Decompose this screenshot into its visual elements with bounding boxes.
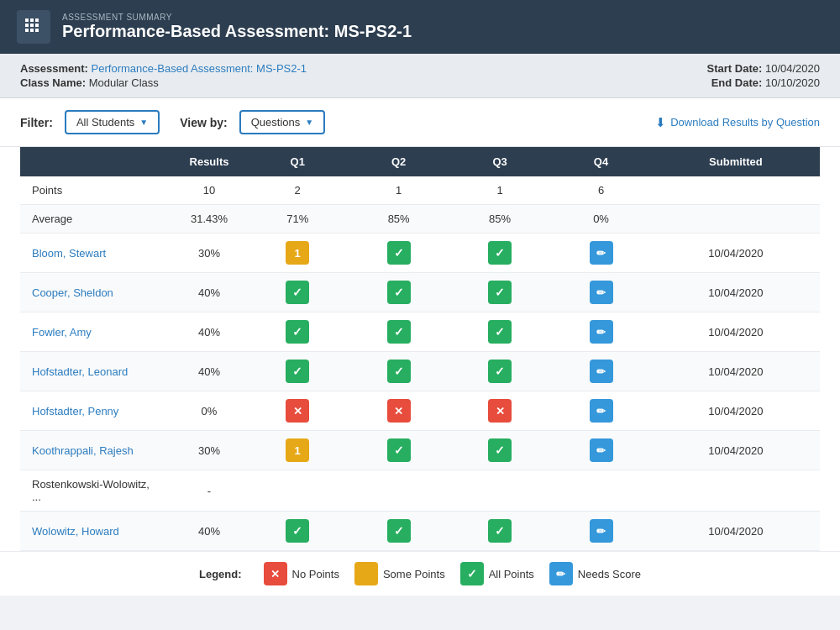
student-q4 <box>550 234 651 273</box>
student-name[interactable]: Hofstadter, Penny <box>20 391 171 431</box>
green-check-icon <box>488 438 512 462</box>
student-results: - <box>171 470 247 512</box>
green-check-icon <box>387 438 411 462</box>
legend-no-points: No Points <box>264 562 339 585</box>
green-check-icon <box>488 519 512 543</box>
viewby-value: Questions <box>251 116 301 129</box>
row-results: 10 <box>171 176 247 205</box>
student-q2 <box>348 431 449 470</box>
student-q2 <box>348 512 449 551</box>
assessment-link[interactable]: Performance-Based Assessment: MS-PS2-1 <box>92 62 307 75</box>
student-name: Rostenkowski-Wolowitz, ... <box>20 470 171 512</box>
green-check-icon <box>286 281 309 304</box>
legend-yellow-icon <box>354 562 378 585</box>
student-row: Wolowitz, Howard 40% 10/04/2020 <box>20 512 820 551</box>
blue-pencil-icon <box>590 281 613 304</box>
student-row: Koothrappali, Rajesh 30% 1 10/04/2020 <box>20 431 820 470</box>
col-q1: Q1 <box>247 147 348 176</box>
legend-blue-pencil-icon <box>549 562 573 585</box>
yellow-1-icon: 1 <box>286 438 309 462</box>
student-q3 <box>449 273 550 312</box>
col-submitted: Submitted <box>652 147 820 176</box>
student-submitted <box>652 470 820 512</box>
table-row: Average 31.43% 71% 85% 85% 0% <box>20 205 820 234</box>
student-name[interactable]: Hofstadter, Leonard <box>20 352 171 391</box>
header-subtitle: Assessment Summary <box>62 13 412 22</box>
legend-all-points-label: All Points <box>489 568 534 580</box>
row-q4: 6 <box>550 176 651 205</box>
svg-rect-0 <box>25 18 29 22</box>
legend-bar: Legend: No Points Some Points All Points… <box>0 551 840 596</box>
blue-pencil-icon <box>590 438 613 462</box>
header: Assessment Summary Performance-Based Ass… <box>0 0 840 54</box>
student-name[interactable]: Fowler, Amy <box>20 312 171 352</box>
student-name[interactable]: Wolowitz, Howard <box>20 512 171 551</box>
red-x-icon <box>387 399 411 423</box>
enddate-info: End Date: 10/10/2020 <box>707 76 820 89</box>
student-q1: 1 <box>247 234 348 273</box>
student-row: Rostenkowski-Wolowitz, ... - <box>20 470 820 512</box>
filter-dropdown[interactable]: All Students ▼ <box>65 110 160 134</box>
green-check-icon <box>488 320 512 344</box>
row-q4: 0% <box>550 205 651 234</box>
svg-rect-3 <box>25 24 29 27</box>
student-row: Bloom, Stewart 30% 1 10/04/2020 <box>20 234 820 273</box>
download-button[interactable]: ⬇ Download Results by Question <box>655 115 820 130</box>
student-q2 <box>348 391 449 431</box>
svg-rect-4 <box>30 24 34 27</box>
student-name[interactable]: Koothrappali, Rajesh <box>20 431 171 470</box>
svg-rect-1 <box>30 18 34 22</box>
row-results: 31.43% <box>171 205 247 234</box>
startdate-info: Start Date: 10/04/2020 <box>707 62 820 75</box>
student-q3 <box>449 312 550 352</box>
student-q2 <box>348 470 449 512</box>
row-q2: 1 <box>348 176 449 205</box>
row-q1: 71% <box>247 205 348 234</box>
legend-all-points: All Points <box>460 562 534 585</box>
header-title: Performance-Based Assessment: MS-PS2-1 <box>62 22 412 41</box>
table-header-row: Results Q1 Q2 Q3 Q4 Submitted <box>20 147 820 176</box>
svg-rect-2 <box>35 18 39 22</box>
row-q1: 2 <box>247 176 348 205</box>
green-check-icon <box>387 360 411 383</box>
student-row: Fowler, Amy 40% 10/04/2020 <box>20 312 820 352</box>
student-q1 <box>247 273 348 312</box>
student-q4 <box>550 352 651 391</box>
student-q1: 1 <box>247 431 348 470</box>
download-label: Download Results by Question <box>670 116 820 129</box>
student-q3 <box>449 431 550 470</box>
student-submitted: 10/04/2020 <box>652 431 820 470</box>
row-q3: 85% <box>449 205 550 234</box>
filter-value: All Students <box>76 116 134 129</box>
row-name: Points <box>20 176 171 205</box>
green-check-icon <box>286 519 309 543</box>
student-submitted: 10/04/2020 <box>652 234 820 273</box>
student-name[interactable]: Bloom, Stewart <box>20 234 171 273</box>
row-q3: 1 <box>449 176 550 205</box>
student-results: 30% <box>171 234 247 273</box>
student-q4 <box>550 312 651 352</box>
green-check-icon <box>286 360 309 383</box>
student-q1 <box>247 312 348 352</box>
student-results: 0% <box>171 391 247 431</box>
viewby-dropdown[interactable]: Questions ▼ <box>239 110 325 134</box>
info-bar-right: Start Date: 10/04/2020 End Date: 10/10/2… <box>707 62 820 89</box>
legend-label: Legend: <box>199 568 242 580</box>
svg-rect-7 <box>30 29 34 32</box>
student-results: 40% <box>171 512 247 551</box>
legend-needs-score: Needs Score <box>549 562 641 585</box>
green-check-icon <box>488 241 512 265</box>
student-submitted: 10/04/2020 <box>652 312 820 352</box>
student-q4 <box>550 431 651 470</box>
blue-pencil-icon <box>590 399 613 423</box>
yellow-1-icon: 1 <box>286 241 309 265</box>
green-check-icon <box>286 320 309 344</box>
filter-chevron-icon: ▼ <box>139 118 148 127</box>
col-name <box>20 147 171 176</box>
student-name[interactable]: Cooper, Sheldon <box>20 273 171 312</box>
student-q2 <box>348 312 449 352</box>
blue-pencil-icon <box>590 320 613 344</box>
student-submitted: 10/04/2020 <box>652 352 820 391</box>
calendar-grid-icon <box>24 17 44 37</box>
red-x-icon <box>488 399 512 423</box>
